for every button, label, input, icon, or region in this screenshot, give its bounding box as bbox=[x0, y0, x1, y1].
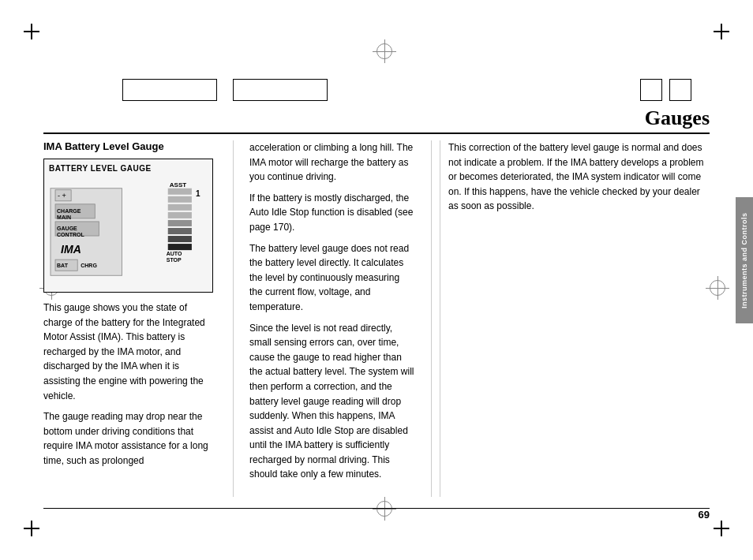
column-left: IMA Battery Level Gauge BATTERY LEVEL GA… bbox=[43, 140, 225, 497]
svg-text:BAT: BAT bbox=[57, 263, 69, 268]
svg-rect-2 bbox=[168, 204, 192, 211]
crosshair-bottom-center bbox=[376, 501, 392, 517]
svg-rect-7 bbox=[168, 244, 192, 250]
svg-rect-0 bbox=[168, 189, 192, 195]
svg-text:MAIN: MAIN bbox=[57, 215, 71, 220]
battery-bars: 1 ASST AUTO STOP bbox=[167, 181, 200, 263]
svg-text:CHARGE: CHARGE bbox=[57, 208, 81, 214]
column-right: This correction of the battery level gau… bbox=[440, 140, 710, 497]
svg-text:-  +: - + bbox=[58, 192, 66, 200]
main-content: IMA Battery Level Gauge BATTERY LEVEL GA… bbox=[43, 140, 710, 497]
page-title: Gauges bbox=[645, 106, 710, 130]
small-rect-2 bbox=[669, 79, 691, 101]
col-separator-1 bbox=[233, 140, 234, 497]
divider-line bbox=[43, 133, 710, 134]
bottom-divider-line bbox=[43, 508, 710, 510]
svg-rect-4 bbox=[168, 220, 192, 226]
gauge-illustration-box: BATTERY LEVEL GAUGE 1 ASST bbox=[43, 159, 213, 293]
mid-body-text: acceleration or climbing a long hill. Th… bbox=[249, 140, 415, 482]
col-separator-2 bbox=[431, 140, 432, 497]
svg-text:IMA: IMA bbox=[61, 243, 81, 256]
left-body-text: This gauge shows you the state of charge… bbox=[43, 301, 213, 469]
section-heading: IMA Battery Level Gauge bbox=[43, 140, 213, 152]
corner-mark-tl bbox=[24, 24, 47, 47]
gauge-svg: 1 ASST AUTO STOP CHARGE MAIN GAUGE CONTR… bbox=[49, 177, 208, 287]
svg-text:CHRG: CHRG bbox=[81, 263, 97, 268]
svg-text:GAUGE: GAUGE bbox=[57, 226, 77, 231]
page-number: 69 bbox=[699, 509, 710, 521]
corner-mark-tr bbox=[706, 24, 729, 47]
svg-rect-6 bbox=[168, 236, 192, 242]
tab-rect-1 bbox=[122, 79, 217, 101]
svg-text:STOP: STOP bbox=[167, 257, 182, 263]
tab-rect-2 bbox=[233, 79, 328, 101]
right-body-text: This correction of the battery level gau… bbox=[448, 140, 710, 214]
small-rect-1 bbox=[640, 79, 662, 101]
svg-rect-3 bbox=[168, 212, 192, 218]
svg-text:AUTO: AUTO bbox=[167, 251, 182, 256]
svg-rect-1 bbox=[168, 196, 192, 203]
crosshair-top-center bbox=[376, 43, 392, 59]
svg-text:ASST: ASST bbox=[170, 181, 187, 189]
column-mid: acceleration or climbing a long hill. Th… bbox=[242, 140, 423, 497]
svg-text:CONTROL: CONTROL bbox=[57, 232, 84, 237]
gauge-box-title: BATTERY LEVEL GAUGE bbox=[49, 164, 208, 173]
crosshair-right-center bbox=[710, 280, 725, 296]
corner-mark-bl bbox=[24, 513, 47, 536]
svg-rect-5 bbox=[168, 228, 192, 234]
sidebar-instruments-label: Instruments and Controls bbox=[736, 197, 753, 323]
svg-text:1: 1 bbox=[196, 189, 200, 198]
